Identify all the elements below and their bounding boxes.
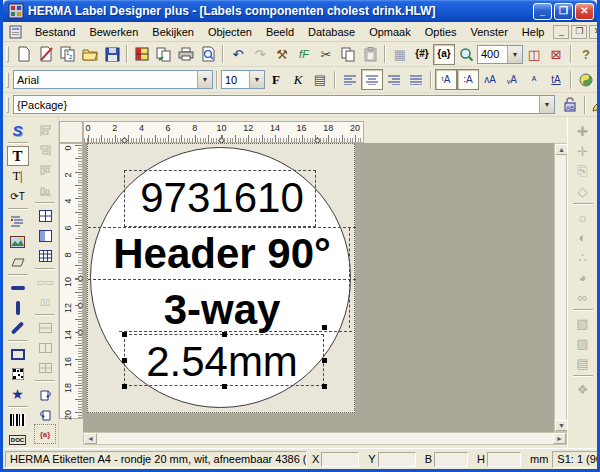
split-vertical-button[interactable]	[34, 338, 56, 358]
diagonal-line-tool-button[interactable]	[7, 318, 29, 338]
scroll-left-button[interactable]: ◄	[84, 433, 97, 444]
text-field-button[interactable]: {a}	[433, 44, 455, 65]
text-tool-button[interactable]: T	[7, 146, 29, 166]
size-same-height-button[interactable]: ▯▯	[34, 292, 56, 312]
tools-button[interactable]: ⚒	[271, 44, 293, 65]
selection-handle[interactable]	[222, 332, 227, 337]
superscript-button[interactable]: ᴬ	[523, 69, 545, 90]
text-frame-button[interactable]: ▤	[309, 69, 331, 90]
matrix-code-tool-button[interactable]	[7, 364, 29, 384]
open-file-button[interactable]	[79, 44, 101, 65]
menu-database[interactable]: Database	[301, 24, 362, 40]
mdi-minimize-button[interactable]: _	[553, 25, 569, 39]
mdi-restore-button[interactable]: ❐	[571, 25, 587, 39]
menu-opties[interactable]: Opties	[418, 24, 464, 40]
help-button[interactable]: ?	[575, 44, 597, 65]
lock-field-button[interactable]: AB	[559, 94, 581, 115]
label-canvas[interactable]: 9731610 Header 90° 3-way 2.54mm	[83, 143, 554, 432]
shape-library-button[interactable]: ❖	[572, 379, 594, 399]
align-objects-top-button[interactable]	[34, 160, 56, 180]
linked-rings-button[interactable]: ∞	[572, 287, 594, 307]
window-grid-button[interactable]	[34, 206, 56, 226]
align-left-button[interactable]	[339, 69, 361, 90]
align-objects-left-button[interactable]	[34, 120, 56, 140]
align-justify-button[interactable]	[405, 69, 427, 90]
selection-handle[interactable]	[222, 384, 227, 389]
pie-fill-button[interactable]: ◕	[572, 267, 594, 287]
toolbar-grip[interactable]	[6, 46, 9, 62]
redo-button[interactable]: ↷	[249, 44, 271, 65]
align-center-button[interactable]	[361, 69, 383, 90]
print-preview-button[interactable]	[197, 44, 219, 65]
close-document-button[interactable]	[35, 44, 57, 65]
number-field-button[interactable]: {#}	[411, 44, 433, 65]
color-dots-button[interactable]: ∴	[572, 247, 594, 267]
next-label-button[interactable]	[34, 404, 56, 424]
rectangle-tool-button[interactable]	[7, 344, 29, 364]
font-color-button[interactable]	[575, 69, 597, 90]
copy-button[interactable]	[337, 44, 359, 65]
label-text-header[interactable]: Header 90°	[88, 230, 356, 278]
window-split-button[interactable]	[34, 226, 56, 246]
grow-font-button[interactable]: ʌA	[479, 69, 501, 90]
barcode-tool-button[interactable]	[7, 410, 29, 430]
zoom-level-combo[interactable]: 400 ▼	[477, 45, 523, 64]
two-columns-button[interactable]: ◫	[523, 44, 545, 65]
chevron-down-icon[interactable]: ▼	[197, 71, 212, 88]
paste-button[interactable]	[359, 44, 381, 65]
page-numbers-button[interactable]: 12	[57, 44, 79, 65]
font-size-combo[interactable]: 10 ▼	[221, 70, 265, 89]
close-button[interactable]: ✕	[575, 3, 594, 20]
doc-barcode-tool-button[interactable]: DOC	[7, 430, 29, 450]
label-text-number[interactable]: 9731610	[88, 174, 356, 222]
new-document-button[interactable]	[13, 44, 35, 65]
split-horizontal-button[interactable]	[34, 318, 56, 338]
selection-handle[interactable]	[322, 358, 327, 363]
star-tool-button[interactable]: ★	[7, 384, 29, 404]
copy-label-button[interactable]	[153, 44, 175, 65]
selection-handle[interactable]	[322, 325, 327, 330]
selection-handle[interactable]	[322, 384, 327, 389]
menu-venster[interactable]: Venster	[464, 24, 515, 40]
vertical-ruler[interactable]: 02468101214161820	[59, 143, 83, 419]
menu-bewerken[interactable]: Bewerken	[82, 24, 145, 40]
zoom-tool-button[interactable]	[455, 44, 477, 65]
image-tool-button[interactable]	[7, 232, 29, 252]
undo-button[interactable]: ↶	[227, 44, 249, 65]
text-spacing-button[interactable]: ꞉A	[457, 69, 479, 90]
horizontal-scrollbar[interactable]: ◄ ►	[83, 432, 567, 445]
edit-database-button[interactable]	[589, 94, 600, 115]
chevron-down-icon[interactable]: ▼	[507, 46, 522, 63]
font-fields-button[interactable]: fF	[293, 44, 315, 65]
toolbar-grip[interactable]	[6, 72, 9, 88]
chevron-down-icon[interactable]: ▼	[249, 71, 264, 88]
move-object-button[interactable]: ✚	[572, 121, 594, 141]
window-nine-grid-button[interactable]	[34, 246, 56, 266]
maximize-button[interactable]: ❐	[554, 3, 573, 20]
align-objects-bottom-button[interactable]	[34, 180, 56, 200]
chevron-down-icon[interactable]: ▼	[539, 96, 554, 113]
label-text-3way[interactable]: 3-way	[88, 286, 356, 334]
menu-beeld[interactable]: Beeld	[259, 24, 301, 40]
chart-import-button[interactable]: ▨	[572, 333, 594, 353]
chart-export-button[interactable]: ▤	[572, 353, 594, 373]
grid-toggle-button[interactable]: ▦	[389, 44, 411, 65]
mdi-close-button[interactable]: ✕	[589, 25, 600, 39]
menu-bekijken[interactable]: Bekijken	[145, 24, 201, 40]
bold-button[interactable]: F	[265, 69, 287, 90]
selection-handle[interactable]	[122, 384, 127, 389]
menu-help[interactable]: Help	[515, 24, 552, 40]
title-bar[interactable]: HERMA Label Designer plus - [Labels comp…	[3, 0, 597, 22]
horizontal-ruler[interactable]: 02468101214161820	[83, 121, 364, 143]
text-cursor-tool-button[interactable]: T|	[7, 166, 29, 186]
minimize-button[interactable]: _	[533, 3, 552, 20]
chart-select-button[interactable]: ▧	[572, 313, 594, 333]
split-quad-button[interactable]	[34, 358, 56, 378]
cut-button[interactable]: ✂	[315, 44, 337, 65]
eraser-tool-button[interactable]	[7, 252, 29, 272]
shrink-font-button[interactable]: ᵥA	[501, 69, 523, 90]
database-table-button[interactable]	[131, 44, 153, 65]
selection-handle[interactable]	[122, 332, 127, 337]
label-page[interactable]: 9731610 Header 90° 3-way 2.54mm	[87, 143, 355, 413]
toolbar-grip[interactable]	[6, 97, 9, 113]
